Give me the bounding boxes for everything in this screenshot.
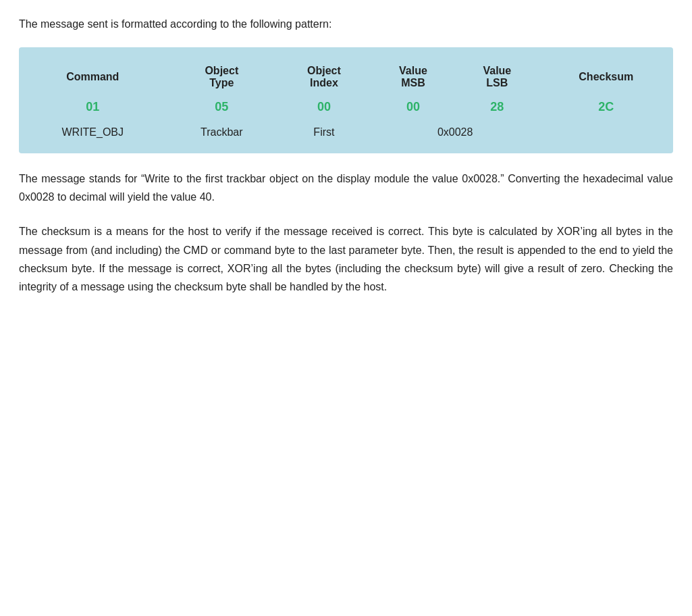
label-value-combined: 0x0028 [371, 121, 539, 145]
message-table: Command ObjectType ObjectIndex ValueMSB … [19, 58, 673, 145]
paragraph-1: The message stands for “Write to the fir… [19, 170, 673, 206]
paragraph-2: The checksum is a means for the host to … [19, 222, 673, 296]
header-value-msb: ValueMSB [371, 58, 455, 93]
header-object-index: ObjectIndex [277, 58, 371, 93]
label-object-index: First [277, 121, 371, 145]
label-object-type: Trackbar [167, 121, 277, 145]
table-labels-row: WRITE_OBJ Trackbar First 0x0028 [19, 121, 673, 145]
value-msb: 00 [371, 93, 455, 121]
table-header-row: Command ObjectType ObjectIndex ValueMSB … [19, 58, 673, 93]
value-lsb: 28 [455, 93, 539, 121]
header-value-lsb: ValueLSB [455, 58, 539, 93]
intro-text: The message sent is formatted according … [19, 16, 673, 32]
header-object-type: ObjectType [167, 58, 277, 93]
value-command: 01 [19, 93, 167, 121]
value-checksum: 2C [539, 93, 673, 121]
value-object-index: 00 [277, 93, 371, 121]
label-checksum-empty [539, 121, 673, 145]
table-values-row: 01 05 00 00 28 2C [19, 93, 673, 121]
label-command: WRITE_OBJ [19, 121, 167, 145]
header-checksum: Checksum [539, 58, 673, 93]
message-table-container: Command ObjectType ObjectIndex ValueMSB … [19, 47, 673, 153]
value-object-type: 05 [167, 93, 277, 121]
header-command: Command [19, 58, 167, 93]
